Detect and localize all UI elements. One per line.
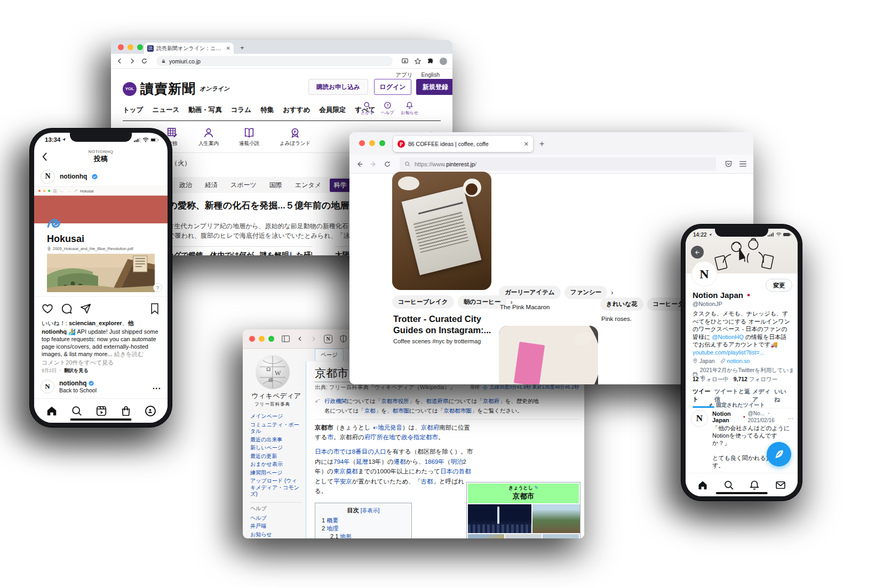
back-button[interactable]	[691, 246, 704, 259]
forward-icon[interactable]	[129, 58, 136, 65]
hatnote-link[interactable]: 京都	[364, 407, 376, 414]
home-icon[interactable]	[46, 405, 58, 417]
login-button[interactable]: ログイン	[374, 79, 411, 95]
help-button[interactable]: ?	[153, 283, 162, 292]
view-comments-link[interactable]: コメント20件をすべて見る	[42, 359, 114, 367]
help-link-village-pump[interactable]: 井戸端	[250, 523, 301, 530]
profile-avatar-icon[interactable]	[440, 58, 447, 65]
chip-coffee-break[interactable]: コーヒーブレイク	[392, 295, 454, 309]
profile-website-link[interactable]: notion.so	[727, 358, 750, 364]
nav-news[interactable]: ニュース	[152, 106, 179, 115]
search-icon[interactable]	[723, 480, 734, 490]
extensions-icon[interactable]	[427, 58, 434, 65]
shield-icon[interactable]	[340, 335, 347, 343]
quick-novel[interactable]: 連載小説	[239, 127, 259, 147]
sidebar-link-random[interactable]: おまかせ表示	[250, 461, 301, 468]
toc-item[interactable]: 2 地理	[322, 525, 405, 533]
sidebar-link-main[interactable]: メインページ	[250, 413, 301, 420]
sidebar-toggle-icon[interactable]	[282, 335, 290, 342]
bio-url-link[interactable]: youtube.com/playlist?list=...	[693, 349, 765, 356]
next-post-username[interactable]: notionhq	[59, 380, 86, 387]
chip-girly-item[interactable]: ガーリーアイテム	[499, 286, 561, 299]
quick-yomipo[interactable]: Pよみぽランド	[280, 127, 311, 147]
shop-icon[interactable]	[120, 405, 132, 417]
toc-hide-toggle[interactable]: [非表示]	[361, 508, 380, 513]
read-more-link[interactable]: 続きを読む	[114, 351, 144, 357]
back-icon[interactable]	[356, 160, 363, 168]
share-plane-icon[interactable]	[80, 303, 92, 315]
wiki-link[interactable]: 日本の首都	[440, 468, 471, 474]
nav-top[interactable]: トップ	[123, 106, 143, 115]
pin2-title[interactable]: The Pink Macaron	[500, 304, 550, 310]
reload-icon[interactable]	[384, 160, 391, 168]
install-icon[interactable]	[401, 58, 409, 65]
forward-icon[interactable]	[370, 160, 377, 168]
yomiuri-logo[interactable]: YOL 讀賣新聞 オンライン	[123, 80, 229, 98]
browser-tab[interactable]: P 86 COFFEE ideas | coffee, coffe ✕	[393, 136, 533, 152]
follow-stats[interactable]: 12 フォロー中 9,712 フォロワー	[693, 376, 777, 383]
close-window-button[interactable]	[359, 140, 365, 146]
tweet-avatar[interactable]: N	[691, 410, 708, 427]
compose-tweet-fab[interactable]	[767, 442, 791, 466]
wiki-link[interactable]: 京都府	[421, 424, 440, 431]
attachment-name[interactable]: 2005_Hokusai_and_the_Blue_Revolution.pdf	[53, 246, 133, 251]
help-link-news[interactable]: お知らせ	[250, 531, 301, 538]
notionhq-avatar[interactable]: N	[41, 380, 54, 393]
cat-kokusai[interactable]: 国際	[265, 179, 287, 192]
pin-image-coffee-newspaper[interactable]	[392, 172, 491, 290]
nav-special[interactable]: 特集	[260, 106, 274, 115]
hatnote-link[interactable]: 行政機関	[324, 398, 347, 404]
search-icon[interactable]	[71, 405, 83, 417]
hatnote-link[interactable]: 京都府	[483, 398, 500, 404]
wiki-link[interactable]: 日本の市では8番目の人口	[315, 448, 386, 455]
back-icon[interactable]	[42, 152, 47, 162]
hatnote-link[interactable]: 京都市役所	[381, 398, 409, 404]
quick-advice[interactable]: 人生案内	[198, 127, 219, 147]
wiki-link[interactable]: 府庁所在地	[364, 434, 395, 440]
browser-tab[interactable]: 読 読売新聞オンライン：ニュース&お ✕	[144, 43, 234, 54]
cat-sports[interactable]: スポーツ	[226, 179, 261, 192]
post-image-notion-page[interactable]: ←→ Hokusai Hokusai 2005_Hokusai_and_the_…	[34, 186, 168, 297]
forward-icon[interactable]	[311, 335, 316, 342]
hatnote-link[interactable]: 都市圏	[392, 407, 409, 414]
wiki-link[interactable]: 794年	[333, 458, 350, 465]
post-username[interactable]: notionhq	[60, 173, 87, 180]
wiki-link[interactable]: 遷都	[394, 458, 406, 465]
wikipedia-logo[interactable]: ΩW維	[256, 355, 290, 389]
address-bar[interactable]: yomiuri.co.jp	[156, 56, 393, 66]
nav-recommend[interactable]: おすすめ	[283, 106, 310, 115]
nav-members[interactable]: 会員限定	[319, 106, 346, 115]
notion-clipper-icon[interactable]: N	[324, 335, 332, 343]
likes-line[interactable]: いいね！: sciencian_explorer、他	[42, 319, 134, 327]
help-button[interactable]: ?ヘルプ	[381, 101, 394, 116]
window-controls[interactable]	[359, 140, 385, 146]
wiki-link[interactable]: 平安京	[333, 478, 352, 485]
wiki-link[interactable]: 延暦	[356, 458, 368, 465]
home-icon[interactable]	[697, 480, 708, 490]
new-tab-icon[interactable]: +	[539, 139, 544, 149]
wiki-link[interactable]: 明治	[450, 458, 463, 465]
minimize-window-button[interactable]	[128, 44, 133, 50]
reload-icon[interactable]	[141, 58, 148, 65]
zoom-window-button[interactable]	[268, 336, 274, 342]
bookmark-star-icon[interactable]	[414, 58, 421, 65]
hatnote-link[interactable]: 都道府県	[426, 398, 448, 404]
wiki-link[interactable]: 1869年	[425, 458, 444, 465]
see-translation-link[interactable]: 翻訳を見る	[64, 368, 88, 373]
notice-button[interactable]: お知らせ	[401, 101, 418, 116]
window-controls[interactable]	[249, 336, 274, 342]
like-heart-icon[interactable]	[42, 303, 53, 315]
notifications-bell-icon[interactable]	[749, 480, 760, 490]
english-link[interactable]: English	[421, 71, 440, 79]
signup-button[interactable]: 新規登録	[416, 79, 452, 95]
pin3-title[interactable]: Pink roses.	[601, 316, 632, 322]
zoom-window-button[interactable]	[379, 140, 385, 146]
save-to-pocket-icon[interactable]	[725, 160, 733, 168]
cat-seiji[interactable]: 政治	[175, 179, 196, 192]
help-link-help[interactable]: ヘルプ	[250, 515, 301, 522]
coords-value[interactable]: 北緯35度0分41.8秒 東経135度46分45.2秒	[489, 384, 579, 391]
mention-link[interactable]: @NotionHQ	[712, 334, 743, 340]
minimize-window-button[interactable]	[259, 336, 265, 342]
new-tab-icon[interactable]: +	[240, 44, 244, 52]
tweet-more-icon[interactable]: …	[788, 414, 793, 420]
